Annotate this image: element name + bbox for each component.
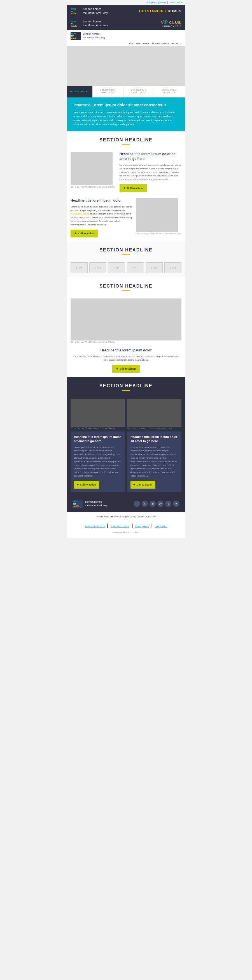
cta-plus-2: +	[75, 232, 77, 235]
property-card-2-image-col: CGI of Queen's Wharf Penthouse Suite on …	[136, 198, 182, 237]
svg-text:MOU: MOU	[73, 501, 78, 503]
property-image-2	[136, 198, 178, 232]
view-online-link[interactable]: View online	[170, 1, 183, 4]
mount-anvil-logo-1: MOU NT ANVIL	[70, 7, 81, 15]
logo-6: [Logo]	[164, 262, 182, 273]
section4-headline: SECTION HEADLINE	[73, 383, 179, 388]
section1-headline-wrap: SECTION HEADLINE	[67, 131, 185, 150]
section4-underline	[122, 390, 130, 391]
property-content-2: Headline title lorem ipsum dolor Lorem i…	[70, 198, 132, 237]
issue-item-3: Lorem ipsum Postcode	[154, 86, 185, 97]
dark-image-left-col: CGI of Queen's Wharf Penthouse Suite on …	[70, 399, 125, 429]
issue-item-2: Lorem ipsum Postcode	[123, 86, 154, 97]
section3-headline-wrap: SECTION HEADLINE	[67, 277, 185, 296]
intro-section: %Name% Lorem ipsum dolor sit amet consec…	[67, 97, 185, 132]
vip-ip: IP	[164, 20, 168, 25]
property-caption-2: CGI of Queen's Wharf Penthouse Suite on …	[136, 232, 182, 234]
vip-club: CLUB	[169, 21, 182, 25]
svg-text:MOU: MOU	[71, 33, 76, 35]
dark-card-2: Headline title lorem ipsum dolor sit ame…	[127, 431, 182, 492]
footer-link-forward[interactable]: Forward to a friend	[111, 525, 129, 528]
social-twitter[interactable]: t	[142, 501, 148, 507]
social-googleplus[interactable]: g+	[157, 501, 164, 507]
section4-headline-wrap: SECTION HEADLINE	[67, 377, 185, 395]
footer-link-privacy[interactable]: Privacy policy	[135, 525, 149, 528]
cta-button-5[interactable]: + Call to action	[131, 481, 155, 488]
footer-small-print: Small print terms & conditions.	[67, 530, 185, 538]
footer-link-safe[interactable]: Add to safe senders	[85, 525, 105, 528]
header-outstanding: MOU NT ANVIL London homes, the Mount Anv…	[67, 5, 185, 18]
section3-headline: SECTION HEADLINE	[73, 284, 179, 289]
property-card-1-image-col: CGI of Queen's Wharf Penthouse Suite on …	[70, 152, 116, 192]
cta-label-1: Call to action	[127, 187, 143, 189]
snippet-text: Snippet copy here	[146, 1, 167, 4]
hero-image	[67, 46, 185, 86]
property-image-1	[70, 152, 113, 185]
property-content-1: Headline title lorem ipsum dolor sit ame…	[120, 152, 182, 192]
footer-address: Mount Anvil Ltd 140 Aldersgate Street, L…	[67, 512, 185, 521]
header-tagline-3: London homes, the Mount Anvil way	[83, 32, 105, 39]
outstanding-badge: OUTSTANDING HOMES	[139, 9, 182, 13]
footer-logo-block: MOU NT ANVIL London homes, the Mount Anv…	[73, 500, 107, 508]
property-title-2: Headline title lorem ipsum dolor	[70, 198, 132, 203]
section3-title: Headline title lorem ipsum dolor	[73, 348, 179, 353]
dark-card-1-title: Headline title lorem ipsum dolor sit ame…	[74, 435, 121, 444]
header-nav: MOU NT ANVIL London homes, the Mount Anv…	[67, 30, 185, 46]
cta-button-4[interactable]: + Call to action	[74, 481, 99, 488]
dark-card-2-text: Lorem ipsum dolor sit amet, consectetur …	[131, 446, 178, 478]
section1-headline: SECTION HEADLINE	[73, 137, 179, 143]
svg-text:NT: NT	[73, 503, 76, 505]
dark-card-2-title: Headline title lorem ipsum dolor sit ame…	[131, 435, 178, 444]
property-inline-link[interactable]: incididunt ut labore	[70, 213, 89, 215]
social-pinterest[interactable]: p	[165, 501, 171, 507]
dark-image-row: CGI of Queen's Wharf Penthouse Suite on …	[70, 399, 182, 429]
cta-plus-5: +	[133, 483, 135, 487]
dark-cards-row: Headline title lorem ipsum dolor sit ame…	[70, 431, 182, 492]
dark-caption-right: CGI of Queen's Wharf Penthouse Suite on …	[127, 427, 182, 429]
section3-image-section: CGI of Queen's Wharf Penthouse Suite on …	[67, 296, 185, 346]
footer-small-text: Small print terms & conditions.	[113, 531, 139, 533]
cta-label-2: Call to action	[78, 232, 94, 235]
cta-label-5: Call to action	[137, 483, 153, 486]
section3-underline	[122, 290, 130, 291]
logo-block-2: MOU NT ANVIL London homes, the Mount Anv…	[70, 20, 108, 27]
svg-text:MOU: MOU	[71, 21, 76, 22]
svg-text:ANVIL: ANVIL	[71, 25, 77, 27]
social-facebook[interactable]: f	[134, 501, 140, 507]
dark-card-1-text: Lorem ipsum dolor sit amet, consectetur …	[74, 446, 121, 478]
vip-date: JANUARY 2016	[161, 25, 182, 27]
email-wrapper: Snippet copy here | View online MOU NT A…	[67, 0, 185, 538]
section4-dark: CGI of Queen's Wharf Penthouse Suite on …	[67, 395, 185, 495]
outstanding-word: OUTSTANDING	[139, 9, 167, 13]
svg-text:ANVIL: ANVIL	[71, 37, 77, 39]
nav-link-homes[interactable]: Our London Homes	[129, 42, 149, 45]
social-linkedin[interactable]: in	[150, 501, 156, 507]
intro-headline: %Name% Lorem ipsum dolor sit amet consec…	[73, 102, 179, 108]
logo-2: [Logo]	[89, 262, 107, 273]
nav-link-news[interactable]: News & Updates	[152, 42, 169, 45]
section3-caption: CGI of Queen's Wharf Penthouse Suite on …	[70, 341, 182, 343]
cta-label-4: Call to action	[80, 483, 96, 486]
header-vip: MOU NT ANVIL London homes, the Mount Anv…	[67, 18, 185, 30]
social-youtube[interactable]: y	[173, 501, 179, 507]
svg-text:NT: NT	[71, 10, 74, 12]
nav-link-about[interactable]: About Us	[172, 42, 182, 45]
footer-link-unsub[interactable]: Unsubscribe	[155, 525, 167, 528]
cta-button-1[interactable]: + Call to action	[120, 184, 147, 192]
nav-links: Our London Homes News & Updates About Us	[67, 41, 185, 46]
section2-underline	[122, 254, 130, 255]
dark-caption-left: CGI of Queen's Wharf Penthouse Suite on …	[70, 427, 125, 429]
vip-badge: VIP CLUB JANUARY 2016	[161, 20, 182, 27]
cta-button-3[interactable]: + Call to action	[112, 365, 140, 373]
footer-links: Add to safe senders | Forward to a frien…	[67, 521, 185, 530]
intro-body: Lorem ipsum dolor sit amet, consectetur …	[73, 110, 179, 127]
cta-button-2[interactable]: + Call to action	[70, 230, 98, 237]
cta-plus-1: +	[123, 186, 126, 190]
section2-headline-wrap: SECTION HEADLINE	[67, 241, 185, 259]
logos-grid: [Logo] [Logo] [Logo] [Logo] [Logo] [Logo…	[70, 262, 182, 273]
homes-word: HOMES	[168, 9, 182, 13]
dark-image-right	[127, 399, 182, 427]
mount-anvil-logo-3: MOU NT ANVIL	[70, 32, 81, 40]
footer-logo-section: MOU NT ANVIL London homes, the Mount Anv…	[67, 495, 185, 512]
header-tagline-1: London homes, the Mount Anvil way	[83, 7, 108, 15]
